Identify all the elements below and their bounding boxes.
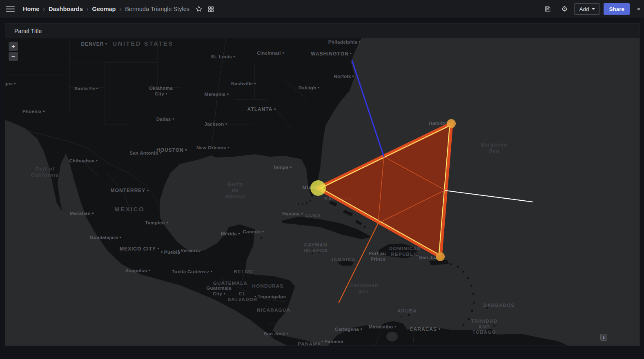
breadcrumb-separator: › [43, 6, 45, 12]
marker-miami[interactable] [310, 180, 326, 196]
breadcrumb-home[interactable]: Home [23, 6, 39, 12]
map-attribution-info-button[interactable]: i [600, 334, 607, 341]
top-nav-bar: Home › Dashboards › Geomap › Bermuda Tri… [0, 0, 644, 18]
route-line-white [445, 191, 533, 202]
chevron-down-icon [592, 8, 595, 10]
menu-hamburger-icon[interactable] [6, 6, 15, 12]
bermuda-triangle-polygon[interactable] [318, 124, 451, 257]
share-button[interactable]: Share [604, 3, 630, 15]
breadcrumb-separator: › [119, 6, 121, 12]
breadcrumb-separator: › [87, 6, 89, 12]
marker-san-juan[interactable] [436, 252, 445, 261]
panel-header[interactable]: Panel Title [5, 24, 640, 38]
zoom-out-button[interactable]: − [9, 52, 18, 61]
apps-grid-icon[interactable] [206, 4, 216, 14]
grafana-app: { "nav": { "separator": "›", "breadcrumb… [0, 0, 644, 359]
panel-title: Panel Title [14, 28, 42, 34]
route-line-orange [339, 223, 378, 303]
marker-bermuda[interactable] [447, 119, 456, 128]
clipped-nav-icon [637, 8, 640, 10]
route-line-blue [352, 60, 384, 157]
breadcrumb-current-dashboard: Bermuda Triangle Styles [125, 6, 189, 12]
map-zoom-control: + − [9, 42, 18, 61]
favorite-star-icon[interactable] [194, 4, 204, 14]
breadcrumb-geomap[interactable]: Geomap [92, 6, 116, 12]
nav-divider [634, 4, 634, 14]
geomap-canvas[interactable]: egasDENVERUNITED STATESSt. LouisCincinna… [5, 38, 640, 346]
breadcrumb-dashboards[interactable]: Dashboards [49, 6, 83, 12]
zoom-in-button[interactable]: + [9, 42, 18, 51]
add-button-label: Add [579, 6, 589, 12]
geo-overlay-layer [5, 38, 640, 346]
save-dashboard-icon[interactable] [542, 4, 553, 14]
add-button[interactable]: Add [574, 3, 600, 15]
settings-gear-icon[interactable]: ⚙ [559, 4, 569, 14]
breadcrumb: Home › Dashboards › Geomap › Bermuda Tri… [23, 6, 189, 12]
geomap-panel: Panel Title [5, 23, 640, 346]
